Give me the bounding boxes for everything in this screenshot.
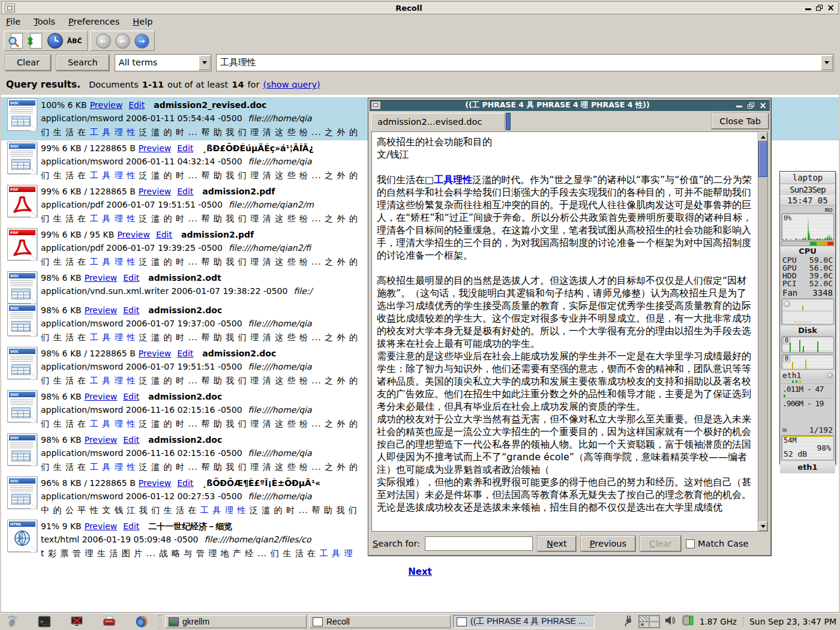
mail-row[interactable]: ✉ 1/192 <box>780 424 835 435</box>
gkrellm-date: Sun23Sep <box>780 184 835 195</box>
previous-page-icon[interactable]: ← <box>113 32 131 49</box>
match-case-checkbox[interactable] <box>686 539 695 548</box>
clear-button[interactable]: Clear <box>5 55 51 71</box>
eth1-button[interactable] <box>827 373 833 378</box>
find-clear-button[interactable]: Clear <box>640 536 681 551</box>
result-mime-date: application/msword 2006-01-07 19:37:00 -… <box>41 319 242 328</box>
results-header: Query results. Documents 1-11 out of at … <box>1 74 839 95</box>
result-edit-link[interactable]: Edit <box>123 392 139 401</box>
menu-preferences[interactable]: Preferences <box>68 17 119 26</box>
find-next-button[interactable]: Next <box>538 536 576 551</box>
result-edit-link[interactable]: Edit <box>123 521 139 531</box>
terminal-icon[interactable]: >_ <box>37 615 52 628</box>
result-preview-link[interactable]: Preview <box>85 273 118 283</box>
result-edit-link[interactable]: Edit <box>123 273 139 283</box>
menu-file[interactable]: File <box>6 17 20 26</box>
result-preview-link[interactable]: Preview <box>139 187 172 196</box>
result-edit-link[interactable]: Edit <box>177 478 193 488</box>
maximize-button[interactable] <box>814 4 824 12</box>
lock-screen-icon[interactable] <box>70 615 84 628</box>
taskbar-handle[interactable] <box>158 615 161 628</box>
close-tab-button[interactable]: Close Tab <box>712 113 769 129</box>
results-middle-text: out of at least <box>167 80 228 89</box>
result-edit-link[interactable]: Edit <box>123 305 139 315</box>
next-page-icon[interactable]: → <box>133 32 151 49</box>
search-button[interactable]: Search <box>56 55 109 71</box>
cpu-krell-strip <box>781 241 834 246</box>
cpu-section-title[interactable]: CPU <box>780 247 835 256</box>
chevron-down-icon[interactable] <box>199 55 211 70</box>
disk-write-chart[interactable]: 0 <box>781 354 834 370</box>
gnome-menu-icon[interactable] <box>5 615 19 628</box>
advanced-search-icon[interactable] <box>8 32 26 49</box>
next-page-link[interactable]: Next <box>1 566 839 577</box>
task-button[interactable]: Recoll <box>309 615 451 628</box>
eth1-label-row[interactable]: eth1 <box>780 370 835 380</box>
search-history-chevron-icon[interactable] <box>821 55 833 70</box>
preview-scrollbar[interactable] <box>758 131 768 532</box>
term-explorer-icon[interactable]: ÅBĈ <box>65 32 83 49</box>
result-preview-link[interactable]: Preview <box>85 435 118 445</box>
preview-search-input[interactable] <box>425 536 533 551</box>
close-button[interactable]: × <box>826 4 836 12</box>
power-plug-icon[interactable] <box>624 614 634 629</box>
result-preview-link[interactable]: Preview <box>139 143 172 153</box>
match-case-label: Match Case <box>698 539 748 548</box>
fan-knob[interactable] <box>784 301 790 307</box>
gkrellm-hostname[interactable]: laptop <box>780 172 835 184</box>
sort-parameters-icon[interactable]: ⇕ <box>27 32 45 49</box>
results-range: 1-11 <box>142 80 164 89</box>
menu-help[interactable]: Help <box>133 17 152 26</box>
result-preview-link[interactable]: Preview <box>117 230 150 239</box>
result-edit-link[interactable]: Edit <box>128 100 145 110</box>
volume-icon[interactable] <box>665 615 677 628</box>
result-preview-link[interactable]: Preview <box>139 478 172 488</box>
scroll-up-icon[interactable] <box>758 132 767 142</box>
preview-text: 我们生活在□ <box>377 174 434 185</box>
preview-tab[interactable]: admission2...evised.doc <box>371 113 505 130</box>
snippet-highlight: 工 具 理 性 <box>90 214 136 223</box>
search-mode-select[interactable]: All terms <box>115 54 212 71</box>
preview-maximize-button[interactable] <box>746 101 756 110</box>
doc-icon: DOC <box>7 433 37 466</box>
preview-paragraph: 高校招生的社会功能和目的 <box>377 136 755 148</box>
disk-section-title[interactable]: Disk <box>780 326 835 335</box>
text-editor-icon[interactable] <box>102 615 116 628</box>
result-preview-link[interactable]: Preview <box>90 100 123 110</box>
task-button[interactable]: ((工 PHRASE 4 具 PHRASE ... <box>453 615 595 628</box>
preview-window-menu-button[interactable] <box>371 101 381 110</box>
fan-chart[interactable] <box>781 298 834 325</box>
show-query-link[interactable]: (show query) <box>263 80 320 89</box>
result-edit-link[interactable]: Edit <box>177 349 193 358</box>
preview-minimize-button[interactable] <box>734 101 744 110</box>
result-preview-link[interactable]: Preview <box>85 521 118 531</box>
result-preview-link[interactable]: Preview <box>85 305 118 315</box>
workspace-pager[interactable] <box>638 615 660 628</box>
result-edit-link[interactable]: Edit <box>156 230 172 239</box>
result-edit-link[interactable]: Edit <box>123 435 139 445</box>
result-preview-link[interactable]: Preview <box>139 349 172 358</box>
task-button[interactable]: gkrellm <box>165 615 307 628</box>
preview-close-button[interactable]: × <box>758 101 768 110</box>
taskbar-clock[interactable]: Sun Sep 23, 3:47 PM <box>743 617 836 626</box>
scrollbar-thumb[interactable] <box>758 141 767 177</box>
menu-tools[interactable]: Tools <box>34 17 55 26</box>
result-score-size: 98% 6 KB <box>41 392 82 401</box>
cpu-frequency-icon[interactable] <box>682 614 694 629</box>
history-icon[interactable] <box>46 32 64 49</box>
gkrellm-time: 15:47 05 <box>780 195 835 206</box>
first-page-icon[interactable]: ← <box>94 32 112 49</box>
search-input[interactable] <box>217 57 821 68</box>
cpu-chart[interactable]: 0% <box>781 213 834 241</box>
disk-read-chart[interactable]: 0 <box>781 336 834 353</box>
find-previous-button[interactable]: Previous <box>581 536 635 551</box>
scroll-down-icon[interactable] <box>758 521 767 531</box>
firefox-icon[interactable] <box>134 615 149 628</box>
result-edit-link[interactable]: Edit <box>177 187 193 196</box>
window-menu-button[interactable] <box>5 4 15 13</box>
eth1-section-title[interactable]: eth1 <box>780 461 835 473</box>
result-edit-link[interactable]: Edit <box>177 143 193 153</box>
net-usage-panel[interactable]: 54M 98% 52 dB <box>781 435 834 460</box>
result-preview-link[interactable]: Preview <box>85 392 118 401</box>
minimize-button[interactable] <box>803 4 813 12</box>
